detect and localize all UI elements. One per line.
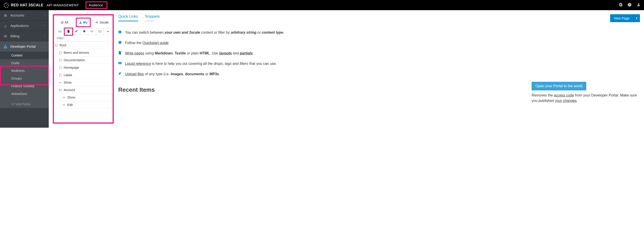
- topbar-actions: ?: [619, 3, 640, 7]
- gear-icon: [96, 21, 98, 24]
- partials-link[interactable]: partials: [240, 51, 253, 55]
- sidebar-label: Applications: [10, 24, 29, 28]
- content-tree: − Root Beers and lemons Documentation Ho…: [55, 42, 112, 109]
- brand-sub: API MANAGEMENT: [47, 3, 79, 7]
- open-portal-section: Open your Portal to the world Removes th…: [532, 82, 640, 104]
- content-area: Quick Links Snippets New Page ▾ You can …: [118, 14, 640, 124]
- quickstart-link[interactable]: Quickstart guide: [142, 41, 168, 45]
- sitemap-icon: [4, 45, 7, 48]
- subnav-activedocs[interactable]: ActiveDocs: [0, 90, 49, 98]
- tip-upload: Upload files of any type (i.e. images, d…: [118, 71, 640, 77]
- tree-folder-account[interactable]: Account: [55, 86, 112, 94]
- gear-icon[interactable]: [619, 3, 622, 7]
- sidebar-item-developer-portal[interactable]: Developer Portal ›: [0, 41, 49, 52]
- brand-main: RED HAT 3SCALE: [11, 3, 44, 7]
- type-filter-attachment[interactable]: [72, 29, 80, 35]
- type-filter-builtin[interactable]: [104, 29, 112, 35]
- tree-page[interactable]: Show: [55, 79, 112, 86]
- owner-tab-3scale[interactable]: 3scale: [93, 17, 112, 28]
- svg-rect-5: [120, 31, 120, 32]
- tip-write-pages: Write pages using Markdown, Textile or p…: [118, 51, 640, 56]
- open-portal-button[interactable]: Open your Portal to the world: [532, 82, 586, 90]
- content-tree-panel: All My 3scale All: [53, 14, 114, 124]
- tree-filter-input[interactable]: [55, 35, 112, 42]
- subnav-groups[interactable]: Groups: [0, 75, 49, 82]
- upload-link[interactable]: Upload files: [125, 72, 144, 76]
- visit-portal-link[interactable]: Visit Portal: [0, 100, 49, 108]
- page-icon: [59, 74, 62, 77]
- gear-icon: [62, 96, 66, 99]
- owner-tabs: All My 3scale: [55, 16, 112, 29]
- your-changes-link[interactable]: your changes: [555, 99, 576, 103]
- tips-list: You can switch between your own and 3sca…: [118, 30, 640, 77]
- svg-text:?: ?: [629, 4, 630, 6]
- paperclip-icon: [75, 30, 78, 33]
- tip-switch: You can switch between your own and 3sca…: [118, 30, 640, 35]
- tree-page[interactable]: Show: [55, 94, 112, 101]
- collapse-icon[interactable]: −: [55, 44, 58, 47]
- sidebar-item-billing[interactable]: Billing ›: [0, 31, 49, 41]
- sidebar-label: Billing: [10, 34, 20, 38]
- topbar: RED HAT 3SCALE API MANAGEMENT Audience ?: [0, 0, 644, 10]
- pin-icon: [106, 30, 109, 33]
- brand-logo: RED HAT 3SCALE API MANAGEMENT: [4, 3, 79, 8]
- help-icon[interactable]: ?: [628, 3, 631, 7]
- user-icon[interactable]: [637, 3, 640, 7]
- sidebar-item-applications[interactable]: Applications ›: [0, 20, 49, 31]
- tree-page[interactable]: Lalala: [55, 71, 112, 79]
- type-filter-partial[interactable]: [80, 29, 88, 35]
- tree-page[interactable]: Homepage: [55, 64, 112, 71]
- chevron-right-icon: ›: [44, 34, 45, 38]
- folder-open-icon: [59, 89, 62, 92]
- tree-page[interactable]: Beers and lemons: [55, 49, 112, 57]
- tree-page[interactable]: Edit: [55, 101, 112, 109]
- write-pages-link[interactable]: Write pages: [125, 51, 144, 55]
- subnav-feature-visibility[interactable]: Feature Visibility: [0, 82, 49, 90]
- chevron-down-icon: ›: [43, 46, 46, 47]
- gear-icon: [59, 81, 62, 84]
- tip-liquid: Liquid reference is here to help you out…: [118, 61, 640, 66]
- code-icon: [90, 30, 94, 33]
- liquid-link[interactable]: Liquid reference: [125, 62, 151, 66]
- access-code-link[interactable]: access code: [554, 93, 574, 97]
- sidebar-label: Accounts: [10, 13, 24, 17]
- sidebar: Accounts › Applications › Billing › Deve…: [0, 10, 49, 128]
- svg-rect-4: [120, 32, 120, 33]
- svg-rect-7: [120, 42, 120, 43]
- chevron-right-icon: ›: [44, 13, 45, 17]
- tab-snippets[interactable]: Snippets: [145, 14, 160, 21]
- new-page-dropdown[interactable]: ▾: [634, 14, 640, 22]
- chevron-right-icon: ›: [44, 24, 45, 28]
- recent-items-heading: Recent Items: [118, 86, 155, 93]
- cubes-icon: [4, 24, 7, 28]
- layouts-link[interactable]: layouts: [219, 51, 232, 55]
- sidebar-submenu: Content Drafts Redirects Groups Feature …: [0, 52, 49, 108]
- context-label: Audience: [89, 3, 103, 7]
- subnav-drafts[interactable]: Drafts: [0, 59, 49, 67]
- new-page-button[interactable]: New Page: [610, 14, 634, 22]
- tab-quick-links[interactable]: Quick Links: [118, 14, 138, 21]
- owner-tab-all[interactable]: All: [55, 17, 74, 28]
- sidebar-item-accounts[interactable]: Accounts ›: [0, 10, 49, 20]
- page-icon: [118, 51, 122, 55]
- type-filter-page[interactable]: [65, 29, 73, 35]
- svg-rect-8: [120, 42, 120, 42]
- subnav-content[interactable]: Content: [0, 52, 49, 59]
- tree-page[interactable]: Documentation: [55, 57, 112, 64]
- subnav-redirects[interactable]: Redirects: [0, 67, 49, 75]
- type-filter-layout[interactable]: [88, 29, 96, 35]
- book-icon: [118, 62, 122, 65]
- type-filters: All: [55, 29, 112, 35]
- type-filter-folder[interactable]: [96, 29, 104, 35]
- user-icon: [79, 21, 82, 24]
- type-filter-all[interactable]: All: [55, 29, 65, 35]
- sidebar-label: Developer Portal: [10, 45, 36, 48]
- context-selector[interactable]: Audience: [86, 1, 108, 9]
- tip-quickstart: Follow the Quickstart guide: [118, 40, 640, 46]
- open-portal-note: Removes the access code from your Develo…: [532, 93, 640, 104]
- logo-icon: [4, 3, 9, 8]
- tree-root[interactable]: − Root: [55, 42, 112, 49]
- folder-icon: [98, 30, 101, 33]
- owner-tab-my[interactable]: My: [74, 17, 93, 28]
- paperclip-icon: [118, 72, 122, 75]
